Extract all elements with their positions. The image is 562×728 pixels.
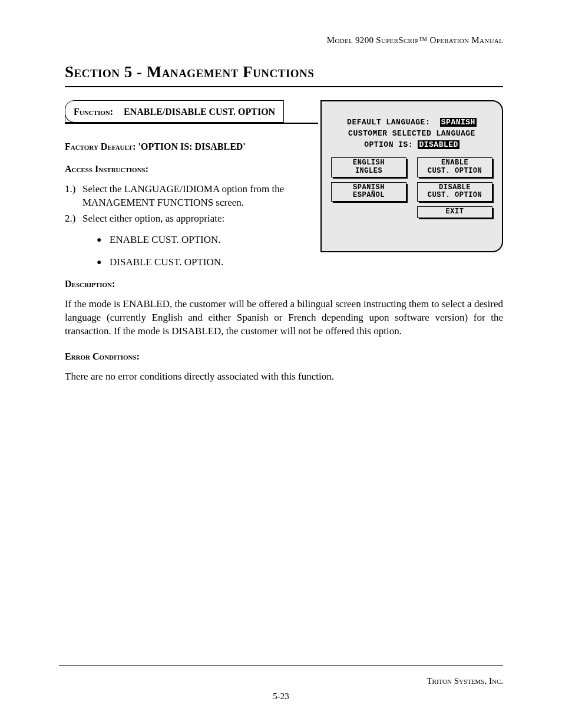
disable-cust-option-button[interactable]: DISABLE CUST. OPTION xyxy=(417,182,492,202)
bullet-icon: ● xyxy=(97,234,110,246)
option-is-label: OPTION IS: xyxy=(364,140,413,149)
step-text: Select the LANGUAGE/IDIOMA option from t… xyxy=(82,183,305,210)
error-conditions-heading: Error Conditions: xyxy=(65,351,503,362)
terminal-line-2: CUSTOMER SELECTED LANGUAGE xyxy=(331,129,492,138)
access-step: 2.) Select either option, as appropriate… xyxy=(65,212,305,226)
terminal-row: ENGLISH INGLES ENABLE CUST. OPTION xyxy=(331,157,492,177)
footer: Triton Systems, Inc. 5-23 xyxy=(59,665,503,693)
function-value: ENABLE/DISABLE CUST. OPTION xyxy=(124,107,275,117)
factory-default-label: Factory Default: xyxy=(65,141,136,151)
function-box: Function: ENABLE/DISABLE CUST. OPTION xyxy=(65,100,284,123)
step-number: 2.) xyxy=(65,212,82,226)
terminal-spacer xyxy=(331,206,406,218)
terminal-row: EXIT xyxy=(331,206,492,218)
footer-row: Triton Systems, Inc. 5-23 xyxy=(59,676,503,693)
content-row: Function: ENABLE/DISABLE CUST. OPTION Fa… xyxy=(65,100,503,226)
function-underline xyxy=(65,123,318,124)
header-right: Model 9200 SuperScrip™ Operation Manual xyxy=(65,35,503,45)
button-line1: ENGLISH xyxy=(333,159,405,167)
access-steps: 1.) Select the LANGUAGE/IDIOMA option fr… xyxy=(65,183,305,226)
page-number: 5-23 xyxy=(59,691,503,701)
spanish-button[interactable]: SPANISH ESPAÑOL xyxy=(331,182,406,202)
terminal-line-3: OPTION IS: DISABLED xyxy=(331,140,492,149)
bullet-item: ● DISABLE CUST. OPTION. xyxy=(97,256,503,268)
footer-company: Triton Systems, Inc. xyxy=(427,676,503,686)
function-label: Function: xyxy=(74,107,113,117)
bullet-icon: ● xyxy=(97,256,110,268)
button-line1: EXIT xyxy=(419,208,491,216)
factory-default-line: Factory Default: 'OPTION IS: DISABLED' xyxy=(65,141,305,152)
button-line1: DISABLE xyxy=(419,184,491,192)
page: Model 9200 SuperScrip™ Operation Manual … xyxy=(0,0,562,728)
access-heading: Access Instructions: xyxy=(65,164,305,174)
button-line2: CUST. OPTION xyxy=(419,167,491,176)
bullet-text: ENABLE CUST. OPTION. xyxy=(110,234,221,246)
exit-button[interactable]: EXIT xyxy=(417,206,492,218)
terminal-buttons: ENGLISH INGLES ENABLE CUST. OPTION SPANI… xyxy=(331,157,492,218)
factory-default-value: 'OPTION IS: DISABLED' xyxy=(138,141,246,151)
bullet-text: DISABLE CUST. OPTION. xyxy=(110,256,223,268)
button-line2: ESPAÑOL xyxy=(333,192,405,200)
footer-divider xyxy=(59,665,503,666)
terminal-screen: DEFAULT LANGUAGE: SPANISH CUSTOMER SELEC… xyxy=(320,100,503,252)
step-text: Select either option, as appropriate: xyxy=(82,212,224,226)
button-line1: ENABLE xyxy=(419,159,491,167)
description-text: If the mode is ENABLED, the customer wil… xyxy=(65,298,503,338)
enable-cust-option-button[interactable]: ENABLE CUST. OPTION xyxy=(417,157,492,177)
english-button[interactable]: ENGLISH INGLES xyxy=(331,157,406,177)
error-conditions-text: There are no error conditions directly a… xyxy=(65,370,503,384)
function-box-wrap: Function: ENABLE/DISABLE CUST. OPTION xyxy=(65,100,503,123)
button-line2: INGLES xyxy=(333,167,405,176)
description-heading: Description: xyxy=(65,279,503,289)
access-step: 1.) Select the LANGUAGE/IDIOMA option fr… xyxy=(65,183,305,210)
button-line2: CUST. OPTION xyxy=(419,192,491,200)
step-number: 1.) xyxy=(65,183,82,210)
terminal-row: SPANISH ESPAÑOL DISABLE CUST. OPTION xyxy=(331,182,492,202)
section-divider xyxy=(65,86,503,87)
option-is-value: DISABLED xyxy=(418,140,459,149)
section-title: Section 5 - Management Functions xyxy=(65,63,503,81)
left-column: Factory Default: 'OPTION IS: DISABLED' A… xyxy=(65,141,305,226)
